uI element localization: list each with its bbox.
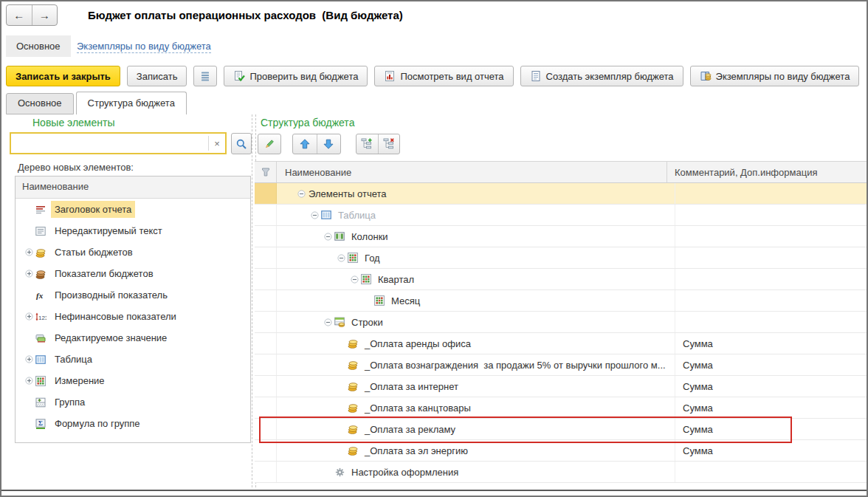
delete-node-button[interactable] [378, 134, 400, 154]
collapse-icon [348, 273, 360, 285]
left-tree-item[interactable]: Редактируемое значение [16, 327, 250, 349]
page-tabs: Основное Структура бюджета [6, 92, 189, 114]
structure-row[interactable]: Настройка оформления [255, 462, 867, 483]
structure-row[interactable]: Колонки [255, 226, 867, 247]
left-tree-item[interactable]: Группа [16, 391, 250, 413]
page-title: Бюджет оплаты операционных расходов (Вид… [88, 9, 403, 21]
coins-yellow-icon [347, 445, 359, 456]
left-tree-item[interactable]: fxПроизводный показатель [16, 284, 250, 306]
forward-button[interactable]: → [32, 5, 58, 25]
gear-icon [334, 466, 345, 478]
row-tree-cell [255, 440, 277, 461]
structure-row-label: _Оплата за рекламу [365, 424, 455, 435]
coins-yellow-icon [347, 402, 359, 414]
row-tree-cell [255, 312, 277, 332]
create-budget-instance-button[interactable]: Создать экземпляр бюджета [520, 66, 683, 86]
structure-row-comment: Сумма [675, 354, 867, 375]
expand-icon [23, 354, 35, 366]
svg-text:123: 123 [38, 314, 46, 321]
button-label: Проверить вид бюджета [249, 71, 358, 82]
button-label: Экземпляры по виду бюджета [716, 71, 850, 82]
menu-lines-icon [199, 70, 211, 82]
table-blue-icon [35, 354, 46, 366]
save-button[interactable]: Записать [127, 66, 187, 86]
left-tree-item[interactable]: Измерение [16, 370, 250, 391]
expand-icon [23, 268, 35, 280]
structure-row-label: Элементы отчета [309, 188, 387, 199]
row-tree-cell [255, 205, 277, 225]
structure-row[interactable]: Месяц [255, 290, 867, 312]
back-icon: ← [13, 10, 25, 21]
tab-main[interactable]: Основное [6, 93, 74, 114]
structure-row[interactable]: Строки [255, 312, 867, 333]
check-budget-view-button[interactable]: Проверить вид бюджета [224, 66, 368, 86]
search-button[interactable] [231, 133, 252, 154]
structure-row[interactable]: _Оплата за эл энергиюСумма [255, 440, 867, 462]
search-icon [235, 138, 247, 150]
budget-instances-button[interactable]: Экземпляры по виду бюджета [690, 66, 860, 86]
structure-row-comment [675, 226, 867, 247]
numbers-icon: 123 [35, 311, 46, 323]
save-close-button[interactable]: Записать и закрыть [6, 66, 120, 86]
left-tree-item[interactable]: Нередактируемый текст [16, 220, 250, 241]
coins-yellow-icon [347, 380, 359, 392]
row-tree-cell [255, 290, 277, 311]
structure-row[interactable]: _Оплата вознаграждения за продажи 5% от … [255, 354, 867, 376]
left-tree-item[interactable]: Заголовок отчета [16, 199, 250, 220]
check-doc-icon [233, 70, 245, 82]
arrow-up-icon [299, 138, 311, 150]
edit-button[interactable] [258, 134, 281, 154]
section-tab-main[interactable]: Основное [6, 35, 71, 57]
left-tree-item[interactable]: Показатели бюджетов [16, 263, 250, 284]
structure-table-rows: Элементы отчетаТаблицаКолонкиГодКварталМ… [255, 183, 867, 483]
left-tree-label: Дерево новых элементов: [18, 162, 134, 173]
structure-row[interactable]: Таблица [255, 205, 867, 226]
left-tree-item[interactable]: Таблица [16, 349, 250, 370]
button-label: Записать и закрыть [16, 71, 111, 82]
dimension-icon [347, 252, 359, 264]
structure-row-comment: Сумма [675, 419, 867, 439]
book-coins-icon [700, 70, 712, 82]
structure-row-label: _Оплата аренды офиса [365, 338, 471, 349]
structure-row-label: Год [365, 253, 380, 264]
structure-row-label: _Оплата за интернет [365, 381, 458, 392]
structure-row[interactable]: _Оплата за интернетСумма [255, 376, 867, 397]
structure-row[interactable]: _Оплата аренды офисаСумма [255, 333, 867, 354]
budget-instances-link[interactable]: Экземпляры по виду бюджета [77, 40, 211, 53]
structure-row-comment: Сумма [675, 333, 867, 354]
collapse-icon [322, 230, 334, 242]
left-tree-rows: Заголовок отчетаНередактируемый текстСта… [16, 199, 250, 434]
structure-row[interactable]: Год [255, 247, 867, 269]
move-up-button[interactable] [293, 134, 317, 154]
structure-row[interactable]: Элементы отчета [255, 183, 867, 205]
structure-row[interactable]: _Оплата за рекламуСумма [255, 419, 867, 440]
report-header-icon [35, 204, 46, 216]
search-input[interactable] [11, 134, 208, 153]
left-tree-item-label: Статьи бюджетов [51, 244, 137, 261]
tab-budget-structure[interactable]: Структура бюджета [76, 92, 187, 114]
coins-brown-icon [35, 268, 46, 280]
structure-row[interactable]: _Оплата за канцтоварыСумма [255, 397, 867, 419]
row-tree-cell [255, 419, 277, 439]
list-menu-button[interactable] [193, 66, 217, 86]
clear-search-button[interactable]: × [209, 134, 225, 153]
add-node-button[interactable] [356, 134, 378, 154]
comment-column-header[interactable]: Комментарий, Доп.информация [666, 162, 867, 182]
view-report-button[interactable]: Посмотреть вид отчета [374, 66, 513, 86]
left-tree-item-label: Редактируемое значение [51, 329, 170, 346]
structure-row-label: Настройка оформления [351, 467, 458, 478]
expand-icon [23, 375, 35, 387]
expand-icon [23, 247, 35, 258]
name-column-header[interactable]: Наименование [277, 162, 666, 182]
pencil-icon [264, 138, 275, 150]
structure-row[interactable]: Квартал [255, 269, 867, 290]
move-down-button[interactable] [317, 134, 341, 154]
chart-doc-icon [384, 70, 396, 82]
back-button[interactable]: ← [7, 5, 32, 25]
group-icon [35, 397, 46, 408]
tree-column-header[interactable] [255, 162, 277, 182]
history-nav: ← → [6, 4, 58, 26]
left-tree-item[interactable]: Статьи бюджетов [16, 241, 250, 263]
left-tree-item[interactable]: ΣФормула по группе [16, 413, 250, 434]
left-tree-item[interactable]: 123Нефинансовые показатели [16, 306, 250, 327]
